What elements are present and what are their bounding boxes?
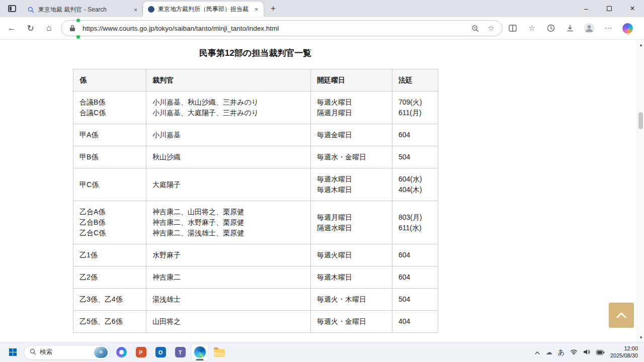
table-cell: 毎週火・金曜日 bbox=[311, 311, 392, 333]
table-cell: 毎週火曜日 隔週月曜日 bbox=[311, 92, 392, 124]
table-cell: 毎週水曜日 毎週木曜日 bbox=[311, 168, 392, 201]
judges-table: 係 裁判官 開廷曜日 法廷 合議B係 合議C係小川嘉基、秋山沙織、三井みのり 小… bbox=[73, 69, 438, 333]
hidden-icons-chevron[interactable] bbox=[534, 348, 540, 357]
system-tray: ☁ あ 12:00 2025/08/30 bbox=[534, 345, 640, 359]
favorite-star-icon[interactable]: ☆ bbox=[485, 22, 497, 34]
taskbar-clock[interactable]: 12:00 2025/08/30 bbox=[610, 345, 638, 359]
table-row: 乙2係神吉康二毎週木曜日604 bbox=[73, 266, 438, 289]
folder-icon bbox=[214, 349, 225, 357]
settings-menu-icon[interactable]: ⋯ bbox=[599, 20, 617, 37]
table-row: 合議B係 合議C係小川嘉基、秋山沙織、三井みのり 小川嘉基、大庭陽子、三井みのり… bbox=[73, 92, 438, 124]
window-controls: – × bbox=[575, 0, 644, 17]
table-cell: 604 bbox=[392, 124, 438, 146]
close-window-button[interactable]: × bbox=[621, 0, 644, 17]
chevron-up-icon bbox=[616, 312, 626, 318]
search-icon bbox=[30, 348, 36, 356]
taskbar-search-box[interactable]: 検索 ✈ bbox=[24, 345, 110, 360]
table-row: 乙1係水野麻子毎週火曜日604 bbox=[73, 244, 438, 266]
site-favicon-icon bbox=[148, 6, 154, 13]
column-header-section: 係 bbox=[73, 69, 146, 92]
table-cell: 604(水) 404(木) bbox=[392, 168, 438, 201]
back-button[interactable]: ← bbox=[3, 20, 21, 37]
windows-taskbar: 検索 ✈ ☁ あ 12:00 2025/08/30 bbox=[0, 342, 644, 362]
table-cell: 504 bbox=[392, 289, 438, 311]
table-cell: 甲B係 bbox=[73, 146, 146, 168]
tab-title: 東京地方裁判所（民事部）担当裁 bbox=[158, 5, 249, 14]
taskbar-powerpoint-button[interactable] bbox=[132, 344, 149, 361]
table-cell: 毎週火曜日 bbox=[311, 244, 392, 266]
history-icon[interactable] bbox=[542, 20, 560, 37]
favorites-icon[interactable]: ☆ bbox=[523, 20, 541, 37]
start-button[interactable] bbox=[4, 344, 21, 361]
table-header-row: 係 裁判官 開廷曜日 法廷 bbox=[73, 69, 438, 92]
table-cell: 甲C係 bbox=[73, 168, 146, 201]
teams-icon bbox=[175, 347, 186, 357]
profile-avatar[interactable] bbox=[580, 20, 598, 37]
tab-actions-menu-button[interactable] bbox=[5, 2, 19, 16]
scrollbar-thumb[interactable] bbox=[638, 112, 643, 129]
table-cell: 神吉康二 bbox=[146, 266, 311, 289]
url-text: https://www.courts.go.jp/tokyo/saiban/ta… bbox=[83, 25, 465, 32]
ime-indicator[interactable]: あ bbox=[558, 348, 565, 357]
volume-icon[interactable] bbox=[583, 348, 591, 357]
battery-icon[interactable] bbox=[596, 348, 605, 357]
taskbar-outlook-button[interactable] bbox=[152, 344, 169, 361]
tab-search-results[interactable]: 東京地裁 裁判官 - Search × bbox=[22, 3, 143, 17]
table-cell: 湯浅雄士 bbox=[146, 289, 311, 311]
column-header-court-day: 開廷曜日 bbox=[311, 69, 392, 92]
page-title: 民事第12部の担当裁判官一覧 bbox=[73, 47, 438, 59]
taskbar-file-explorer-button[interactable] bbox=[211, 344, 228, 361]
tab-strip: 東京地裁 裁判官 - Search × 東京地方裁判所（民事部）担当裁 × + … bbox=[0, 0, 644, 17]
table-row: 乙合A係 乙合B係 乙合C係神吉康二、山田将之、栗原健 神吉康二、水野麻子、栗原… bbox=[73, 201, 438, 244]
table-cell: 毎週火・木曜日 bbox=[311, 289, 392, 311]
home-button[interactable]: ⌂ bbox=[40, 20, 58, 37]
wifi-icon[interactable] bbox=[570, 348, 578, 357]
table-cell: 合議B係 合議C係 bbox=[73, 92, 146, 124]
table-cell: 大庭陽子 bbox=[146, 168, 311, 201]
table-cell: 803(月) 611(水) bbox=[392, 201, 438, 244]
vertical-scrollbar[interactable]: ▲ ▼ bbox=[637, 40, 644, 342]
onedrive-cloud-icon[interactable]: ☁ bbox=[546, 348, 552, 356]
search-highlight-image[interactable]: ✈ bbox=[94, 347, 108, 358]
zoom-indicator-icon[interactable] bbox=[469, 22, 481, 34]
table-cell: 毎週水・金曜日 bbox=[311, 146, 392, 168]
table-row: 甲B係秋山沙織毎週水・金曜日504 bbox=[73, 146, 438, 168]
table-cell: 水野麻子 bbox=[146, 244, 311, 266]
edge-icon bbox=[194, 346, 206, 358]
search-placeholder: 検索 bbox=[40, 348, 91, 356]
table-cell: 毎週月曜日 隔週水曜日 bbox=[311, 201, 392, 244]
page-content: 民事第12部の担当裁判官一覧 係 裁判官 開廷曜日 法廷 合議B係 合議C係小川… bbox=[0, 40, 637, 342]
downloads-icon[interactable] bbox=[561, 20, 579, 37]
scroll-down-arrow[interactable]: ▼ bbox=[637, 334, 644, 341]
maximize-button[interactable] bbox=[598, 0, 621, 17]
table-cell: 神吉康二、山田将之、栗原健 神吉康二、水野麻子、栗原健 神吉康二、湯浅雄士、栗原… bbox=[146, 201, 311, 244]
tab-courts-site[interactable]: 東京地方裁判所（民事部）担当裁 × bbox=[143, 2, 264, 17]
judges-table-body: 合議B係 合議C係小川嘉基、秋山沙織、三井みのり 小川嘉基、大庭陽子、三井みのり… bbox=[73, 92, 438, 333]
tab-close-icon[interactable]: × bbox=[131, 6, 140, 14]
back-to-top-button[interactable] bbox=[609, 303, 634, 328]
tab-close-icon[interactable]: × bbox=[252, 5, 261, 14]
scroll-up-arrow[interactable]: ▲ bbox=[637, 41, 644, 48]
table-cell: 乙3係、乙4係 bbox=[73, 289, 146, 311]
table-row: 甲C係大庭陽子毎週水曜日 毎週木曜日604(水) 404(木) bbox=[73, 168, 438, 201]
table-cell: 709(火) 611(月) bbox=[392, 92, 438, 124]
table-cell: 504 bbox=[392, 146, 438, 168]
address-bar[interactable]: https://www.courts.go.jp/tokyo/saiban/ta… bbox=[61, 20, 503, 36]
table-cell: 秋山沙織 bbox=[146, 146, 311, 168]
copilot-icon[interactable] bbox=[618, 20, 636, 37]
taskbar-edge-button[interactable] bbox=[191, 344, 208, 361]
touch-indicator-dot bbox=[76, 35, 80, 39]
table-cell: 山田将之 bbox=[146, 311, 311, 333]
lock-icon bbox=[66, 22, 78, 34]
browser-window: 東京地裁 裁判官 - Search × 東京地方裁判所（民事部）担当裁 × + … bbox=[0, 0, 644, 362]
refresh-button[interactable]: ↻ bbox=[22, 20, 39, 37]
new-tab-button[interactable]: + bbox=[267, 2, 280, 15]
clock-time: 12:00 bbox=[610, 345, 638, 352]
taskbar-copilot-button[interactable] bbox=[113, 344, 130, 361]
table-cell: 小川嘉基、秋山沙織、三井みのり 小川嘉基、大庭陽子、三井みのり bbox=[146, 92, 311, 124]
table-cell: 乙1係 bbox=[73, 244, 146, 266]
taskbar-teams-button[interactable] bbox=[172, 344, 189, 361]
split-screen-icon[interactable] bbox=[504, 20, 522, 37]
minimize-button[interactable]: – bbox=[575, 0, 598, 17]
table-cell: 乙合A係 乙合B係 乙合C係 bbox=[73, 201, 146, 244]
